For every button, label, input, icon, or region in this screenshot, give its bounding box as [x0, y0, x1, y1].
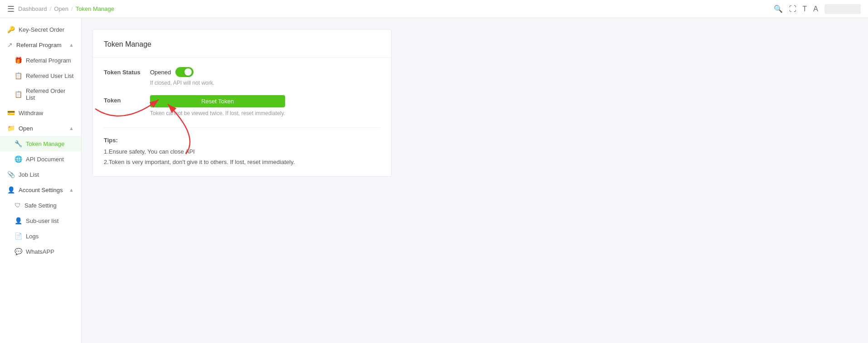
accessibility-icon[interactable]: A [813, 5, 818, 13]
breadcrumb-dashboard[interactable]: Dashboard [18, 5, 47, 12]
reset-token-button[interactable]: Reset Token [150, 95, 285, 107]
sidebar-label-referral-program: Referral Program [26, 57, 71, 64]
breadcrumb: Dashboard / Open / Token Manage [18, 5, 114, 12]
person-icon: 👤 [15, 217, 22, 224]
wallet-icon: 💳 [7, 109, 15, 116]
sidebar: 🔑 Key-Secret Order ↗ Referral Program ▲ … [0, 18, 82, 343]
user-avatar[interactable] [824, 4, 861, 14]
token-hint-text: Token cannot be viewed twice. If lost, r… [150, 110, 285, 116]
sidebar-label-logs: Logs [26, 233, 39, 240]
token-label: Token [104, 95, 145, 104]
sidebar-item-job-list[interactable]: 📎 Job List [0, 167, 81, 182]
tip-2: 2.Token is very important, don't give it… [104, 159, 380, 165]
sidebar-item-referred-user-list[interactable]: 📋 Referred User List [0, 68, 81, 83]
sidebar-label-whatsapp: WhatsAPP [26, 248, 54, 255]
tips-title: Tips: [104, 137, 380, 144]
sidebar-label-referral-program-group: Referral Program [16, 42, 62, 48]
tips-section: Tips: 1.Ensure safety, You can close API… [104, 127, 380, 165]
sidebar-item-withdraw[interactable]: 💳 Withdraw [0, 105, 81, 121]
sidebar-item-account-settings-group[interactable]: 👤 Account Settings ▲ [0, 182, 81, 198]
search-icon[interactable]: 🔍 [774, 5, 783, 13]
sidebar-item-safe-setting[interactable]: 🛡 Safe Setting [0, 198, 81, 213]
sidebar-label-safe-setting: Safe Setting [24, 202, 57, 209]
clipboard-icon: 📎 [7, 171, 15, 178]
header-left: ☰ Dashboard / Open / Token Manage [7, 4, 114, 14]
token-row: Token Reset Token Token cannot be viewed… [104, 95, 380, 116]
sidebar-item-whatsapp[interactable]: 💬 WhatsAPP [0, 244, 81, 259]
token-status-label: Token Status [104, 67, 145, 76]
sidebar-label-referred-user-list: Referred User List [26, 72, 73, 79]
folder-icon: 📁 [7, 125, 15, 132]
layout: 🔑 Key-Secret Order ↗ Referral Program ▲ … [0, 18, 868, 343]
token-status-toggle[interactable] [175, 67, 194, 77]
sidebar-item-api-document[interactable]: 🌐 API Document [0, 151, 81, 167]
chevron-up-icon-2: ▲ [69, 126, 74, 131]
gift-icon: 🎁 [15, 57, 22, 64]
sidebar-label-referred-order-list: Referred Order List [26, 87, 74, 101]
token-content: Reset Token Token cannot be viewed twice… [150, 95, 285, 116]
token-status-row: Token Status Opened If closed, API will … [104, 67, 380, 86]
tip-1: 1.Ensure safety, You can close API [104, 148, 380, 155]
sidebar-item-open-group[interactable]: 📁 Open ▲ [0, 121, 81, 136]
breadcrumb-open[interactable]: Open [54, 5, 68, 12]
key-icon: 🔑 [7, 26, 15, 33]
sidebar-label-key-secret-order: Key-Secret Order [19, 26, 64, 33]
sidebar-item-referral-program-group[interactable]: ↗ Referral Program ▲ [0, 37, 81, 53]
order-list-icon: 📋 [15, 91, 22, 98]
text-size-icon[interactable]: T [803, 5, 807, 13]
status-opened-text: Opened [150, 69, 171, 76]
breadcrumb-token-manage: Token Manage [76, 5, 114, 12]
sidebar-label-account-settings: Account Settings [19, 187, 63, 193]
toggle-slider [175, 67, 194, 77]
user-list-icon: 📋 [15, 72, 22, 79]
card-divider [93, 58, 391, 58]
sidebar-item-logs[interactable]: 📄 Logs [0, 228, 81, 244]
breadcrumb-sep-2: / [71, 5, 73, 12]
status-hint-text: If closed, API will not work. [150, 80, 214, 86]
share-icon: ↗ [7, 41, 13, 48]
card-title: Token Manage [104, 40, 380, 48]
sidebar-label-token-manage: Token Manage [26, 140, 64, 147]
sidebar-label-job-list: Job List [19, 171, 39, 178]
sidebar-label-api-document: API Document [26, 156, 64, 163]
top-header: ☰ Dashboard / Open / Token Manage 🔍 ⛶ T … [0, 0, 868, 18]
chevron-up-icon-3: ▲ [69, 187, 74, 193]
token-icon: 🔧 [15, 140, 22, 147]
sidebar-label-withdraw: Withdraw [19, 110, 43, 116]
shield-icon: 🛡 [15, 202, 21, 209]
header-right: 🔍 ⛶ T A [774, 4, 861, 14]
sidebar-item-referred-order-list[interactable]: 📋 Referred Order List [0, 83, 81, 105]
expand-icon[interactable]: ⛶ [789, 5, 796, 13]
globe-icon: 🌐 [15, 155, 22, 163]
tips-list: 1.Ensure safety, You can close API 2.Tok… [104, 148, 380, 165]
token-manage-card: Token Manage Token Status Opened If clos… [92, 29, 392, 177]
breadcrumb-sep-1: / [50, 5, 52, 12]
sidebar-label-open-group: Open [19, 125, 33, 132]
status-row: Opened [150, 67, 214, 77]
main-content: Token Manage Token Status Opened If clos… [82, 18, 868, 343]
user-icon: 👤 [7, 186, 15, 193]
sidebar-item-token-manage[interactable]: 🔧 Token Manage [0, 136, 81, 151]
sidebar-item-sub-user-list[interactable]: 👤 Sub-user list [0, 213, 81, 228]
log-icon: 📄 [15, 232, 22, 240]
hamburger-icon[interactable]: ☰ [7, 4, 15, 14]
token-status-content: Opened If closed, API will not work. [150, 67, 214, 86]
sidebar-label-sub-user-list: Sub-user list [26, 217, 58, 224]
chevron-up-icon: ▲ [69, 42, 74, 48]
sidebar-item-key-secret-order[interactable]: 🔑 Key-Secret Order [0, 22, 81, 37]
chat-icon: 💬 [15, 248, 22, 255]
sidebar-item-referral-program[interactable]: 🎁 Referral Program [0, 53, 81, 68]
